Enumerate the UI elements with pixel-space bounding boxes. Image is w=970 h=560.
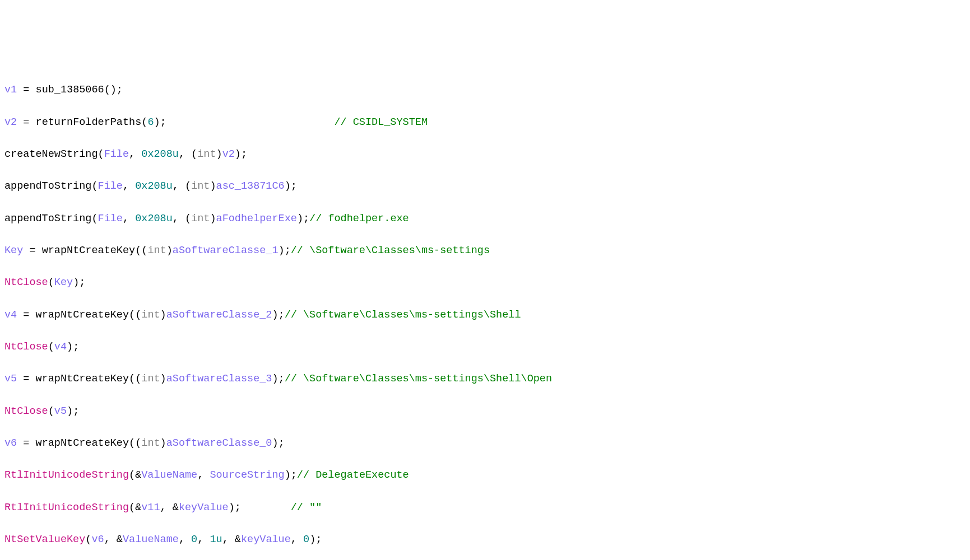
identifier: SourceString — [210, 469, 284, 481]
code-line: NtClose(Key); — [4, 275, 966, 291]
identifier: aFodhelperExe — [216, 213, 297, 225]
code-line: NtClose(v5); — [4, 404, 966, 420]
variable: v4 — [54, 341, 67, 353]
identifier: aSoftwareClasse_3 — [166, 373, 272, 385]
number: 0x208u — [135, 180, 173, 192]
variable: v4 — [4, 309, 17, 321]
function-call: wrapNtCreateKey — [36, 373, 129, 385]
identifier: ValueName — [123, 534, 179, 545]
identifier: File — [104, 148, 129, 160]
function-call: NtClose — [4, 277, 48, 288]
number: 0x208u — [141, 148, 179, 160]
type: int — [191, 213, 210, 225]
code-line: v6 = wrapNtCreateKey((int)aSoftwareClass… — [4, 436, 966, 452]
comment: // "" — [291, 502, 322, 514]
variable: v5 — [4, 373, 17, 385]
comment: // fodhelper.exe — [309, 213, 409, 225]
variable: v1 — [4, 84, 17, 96]
number: 1u — [210, 534, 222, 545]
function-call: appendToString — [4, 180, 91, 192]
code-line: NtSetValueKey(v6, &ValueName, 0, 1u, &ke… — [4, 532, 966, 548]
code-line: v4 = wrapNtCreateKey((int)aSoftwareClass… — [4, 307, 966, 324]
comment: // \Software\Classes\ms-settings\Shell\O… — [285, 373, 552, 385]
comment: // CSIDL_SYSTEM — [334, 116, 428, 128]
type: int — [141, 373, 160, 385]
decompiled-code-block: v1 = sub_1385066(); v2 = returnFolderPat… — [4, 67, 966, 560]
identifier: keyValue — [241, 534, 291, 545]
code-line: appendToString(File, 0x208u, (int)aFodhe… — [4, 211, 966, 227]
function-call: returnFolderPaths — [36, 116, 142, 128]
identifier: File — [98, 180, 123, 192]
number: 0x208u — [135, 213, 173, 225]
function-call: createNewString — [4, 148, 98, 160]
variable: Key — [54, 277, 73, 288]
type: int — [147, 245, 166, 256]
comment: // \Software\Classes\ms-settings\Shell — [285, 309, 521, 321]
identifier: ValueName — [141, 469, 197, 481]
function-call: wrapNtCreateKey — [36, 309, 129, 321]
identifier: keyValue — [179, 502, 229, 514]
variable: v6 — [91, 534, 104, 545]
identifier: aSoftwareClasse_1 — [173, 245, 279, 256]
identifier: asc_13871C6 — [216, 180, 285, 192]
code-line: RtlInitUnicodeString(&v11, &keyValue); /… — [4, 500, 966, 516]
function-call: NtClose — [4, 341, 48, 353]
variable: v2 — [222, 148, 235, 160]
code-line: v1 = sub_1385066(); — [4, 82, 966, 99]
variable: v6 — [4, 437, 17, 449]
code-line: v5 = wrapNtCreateKey((int)aSoftwareClass… — [4, 371, 966, 388]
code-line: Key = wrapNtCreateKey((int)aSoftwareClas… — [4, 243, 966, 259]
code-line: v2 = returnFolderPaths(6); // CSIDL_SYST… — [4, 115, 966, 131]
identifier: File — [98, 213, 123, 225]
number: 0 — [303, 534, 309, 545]
type: int — [191, 180, 210, 192]
comment: // \Software\Classes\ms-settings — [291, 245, 490, 256]
code-line: appendToString(File, 0x208u, (int)asc_13… — [4, 179, 966, 195]
function-call: wrapNtCreateKey — [36, 437, 129, 449]
number: 0 — [191, 534, 197, 545]
number: 6 — [147, 116, 154, 128]
function-call: RtlInitUnicodeString — [4, 469, 129, 481]
type: int — [141, 309, 160, 321]
type: int — [141, 437, 160, 449]
function-call: NtSetValueKey — [4, 534, 85, 545]
code-line: createNewString(File, 0x208u, (int)v2); — [4, 147, 966, 163]
comment: // DelegateExecute — [297, 469, 409, 481]
variable: v2 — [4, 116, 17, 128]
code-line: RtlInitUnicodeString(&ValueName, SourceS… — [4, 468, 966, 484]
function-call: wrapNtCreateKey — [42, 245, 136, 256]
function-call: sub_1385066 — [36, 84, 104, 96]
variable: v5 — [54, 405, 67, 417]
function-call: appendToString — [4, 213, 91, 225]
variable: Key — [4, 245, 23, 256]
type: int — [197, 148, 216, 160]
identifier: aSoftwareClasse_0 — [166, 437, 272, 449]
variable: v11 — [141, 502, 160, 514]
function-call: RtlInitUnicodeString — [4, 502, 129, 514]
identifier: aSoftwareClasse_2 — [166, 309, 272, 321]
function-call: NtClose — [4, 405, 48, 417]
code-line: NtClose(v4); — [4, 339, 966, 356]
